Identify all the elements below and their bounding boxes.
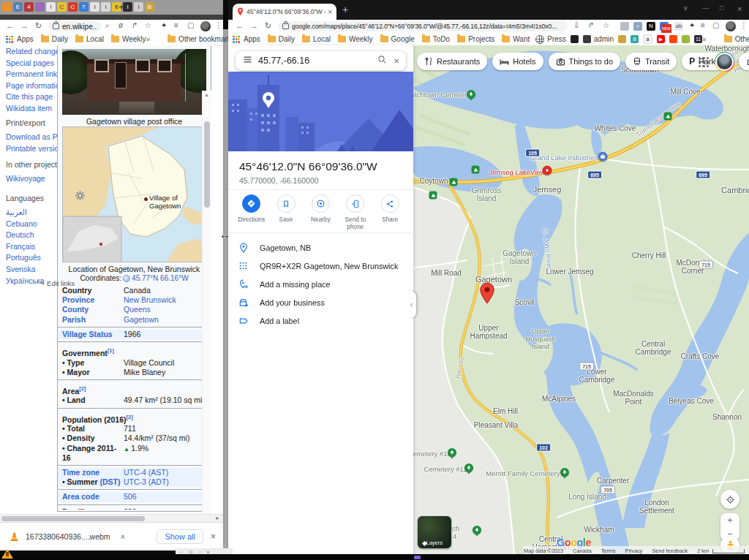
action-directions[interactable]: Directions: [235, 194, 268, 230]
address-bar[interactable]: google.com/maps/place/45°46'12.0"N+66°09…: [278, 21, 568, 31]
sidebar-link[interactable]: Page information: [6, 81, 64, 90]
bookmark-favicon[interactable]: ▶: [657, 35, 665, 43]
sidebar-link[interactable]: Svenska: [6, 265, 64, 273]
side-panel-icon[interactable]: ▢: [187, 21, 194, 29]
park-icon[interactable]: [450, 178, 458, 186]
window-close-icon[interactable]: ×: [737, 4, 742, 13]
bookmark-folder[interactable]: Want: [513, 35, 530, 43]
scroll-right-icon[interactable]: ►: [215, 515, 220, 521]
infobox-value-text[interactable]: UTC-4 (AST): [124, 468, 168, 477]
tree-pin-icon[interactable]: [467, 90, 475, 99]
bookmark-folder[interactable]: Local: [86, 35, 104, 43]
install-icon[interactable]: ⇩: [573, 21, 579, 29]
bookmark-favicon[interactable]: [682, 35, 690, 43]
address-bar[interactable]: en.wikipe...: [48, 21, 101, 31]
sidebar-link[interactable]: Related changes: [6, 47, 64, 56]
infobox-value-text[interactable]: New Brunswick: [124, 295, 176, 304]
notion-extension-icon[interactable]: N: [647, 22, 655, 31]
list-item[interactable]: QR9R+X2R Gagetown, New Brunswick: [228, 257, 413, 275]
show-all-button[interactable]: Show all: [157, 529, 203, 544]
list-item[interactable]: Add a label: [228, 311, 413, 330]
infobox-label[interactable]: Parish: [58, 315, 122, 325]
google-apps-grid-icon[interactable]: [699, 57, 709, 67]
download-filename[interactable]: 1673380640936....webm: [26, 532, 110, 541]
bookmark-folder[interactable]: Daily: [279, 35, 295, 43]
reference-superscript[interactable]: [2]: [79, 385, 86, 392]
maps-tab[interactable]: 45°46'12.0"N 66°09'36.0"W - Go ×: [233, 4, 336, 20]
new-tab-button[interactable]: +: [342, 4, 348, 15]
infobox-value-text[interactable]: 506: [124, 492, 137, 501]
map-canvas[interactable]: WaterboroughScotchtownMill CoveWhites Co…: [413, 45, 749, 556]
infobox-label[interactable]: Village Status: [58, 330, 122, 339]
sidebar-link[interactable]: Permanent link: [6, 69, 64, 78]
nb-locator-map[interactable]: Village of Gagetown: [62, 126, 206, 262]
privacy-link[interactable]: Privacy: [625, 548, 643, 554]
pinned-tab[interactable]: [35, 2, 45, 12]
sidebar-link[interactable]: Deutsch: [6, 230, 64, 239]
infobox-value[interactable]: Gagetown: [122, 315, 211, 325]
bookmark-favicon[interactable]: [583, 35, 591, 43]
reading-list-icon[interactable]: ≡: [701, 21, 705, 29]
pinned-tab[interactable]: I: [134, 2, 143, 12]
sidebar-link[interactable]: Wikivoyage: [6, 174, 64, 183]
hscroll-thumb[interactable]: [1, 516, 145, 521]
bookmark-star-icon[interactable]: ☆: [603, 21, 609, 29]
share-icon[interactable]: ↱: [132, 21, 138, 29]
infobox-value[interactable]: Queens: [122, 305, 211, 314]
forward-icon[interactable]: →: [20, 21, 29, 30]
infobox-label[interactable]: Province: [58, 295, 122, 305]
chip-things-to-do[interactable]: Things to do: [549, 53, 621, 70]
extension-icon[interactable]: ✦: [161, 21, 167, 29]
bookmark-folder[interactable]: Local: [313, 35, 331, 43]
sidebar-link[interactable]: Português: [6, 253, 64, 262]
search-input[interactable]: 45.77,-66.16: [258, 56, 377, 66]
apps-label[interactable]: Apps: [244, 35, 260, 43]
scrollbar-thumb[interactable]: [204, 121, 210, 208]
vertical-scrollbar[interactable]: ▲: [202, 91, 211, 514]
bookmark-folder[interactable]: Weekly: [122, 35, 146, 43]
extension-search-icon[interactable]: ⌕: [633, 22, 642, 31]
list-item[interactable]: Add a missing place: [228, 275, 413, 293]
bookmark-folder[interactable]: Projects: [468, 35, 494, 43]
sidebar-link[interactable]: Cite this page: [6, 92, 64, 101]
url-text[interactable]: google.com/maps/place/45°46'12.0"N+66°09…: [292, 23, 557, 30]
tree-pin-icon[interactable]: [560, 468, 569, 477]
pinned-tab[interactable]: I: [90, 2, 99, 12]
scroll-up-icon[interactable]: ▲: [204, 92, 209, 97]
url-text[interactable]: en.wikipe...: [62, 23, 97, 31]
bookmark-star-icon[interactable]: ☆: [145, 21, 151, 29]
pinned-tab[interactable]: C: [68, 2, 78, 12]
zoom-in-button[interactable]: +: [727, 515, 733, 526]
action-nearby[interactable]: Nearby: [304, 194, 337, 230]
sidebar-link[interactable]: العربية: [6, 208, 64, 216]
back-icon[interactable]: ←: [6, 21, 14, 30]
press-label[interactable]: Press: [547, 35, 566, 43]
close-tab-icon[interactable]: ×: [328, 8, 332, 16]
bookmark-favicon[interactable]: [571, 35, 579, 43]
infobox-value-text[interactable]: Queens: [124, 305, 151, 314]
sidebar-link[interactable]: Download as PDF: [6, 132, 64, 141]
pinned-tab[interactable]: I: [46, 2, 56, 12]
extension-icon[interactable]: [620, 22, 629, 31]
bookmarks-overflow-chevron[interactable]: »: [702, 35, 707, 43]
park-icon[interactable]: [664, 113, 672, 121]
tree-pin-icon[interactable]: [448, 448, 456, 457]
bookmark-folder[interactable]: Weekly: [349, 35, 373, 43]
chip-hotels[interactable]: Hotels: [492, 53, 543, 70]
bookmark-favicon[interactable]: [618, 35, 626, 43]
back-icon[interactable]: ←: [236, 21, 244, 30]
layers-button[interactable]: Layers: [418, 516, 451, 548]
side-panel-icon[interactable]: ▢: [712, 21, 719, 29]
hamburger-menu-icon[interactable]: [243, 54, 252, 67]
map-settings-gear-icon[interactable]: [75, 190, 86, 203]
bookmark-favicon[interactable]: [669, 35, 677, 43]
infobox-value[interactable]: UTC-4 (AST): [122, 468, 211, 477]
reload-icon[interactable]: ↻: [265, 21, 271, 31]
coordinates-link[interactable]: 45.77°N 66.16°W: [132, 274, 189, 282]
infobox-value-text[interactable]: UTC-3 (ADT): [124, 477, 169, 486]
download-chevron-icon[interactable]: ∧: [121, 533, 126, 540]
pinned-tab[interactable]: [2, 2, 12, 12]
sidebar-link[interactable]: Cebuano: [6, 219, 64, 228]
infobox-label[interactable]: Area code: [58, 492, 122, 502]
extension-pin-icon[interactable]: ✦: [689, 21, 695, 29]
